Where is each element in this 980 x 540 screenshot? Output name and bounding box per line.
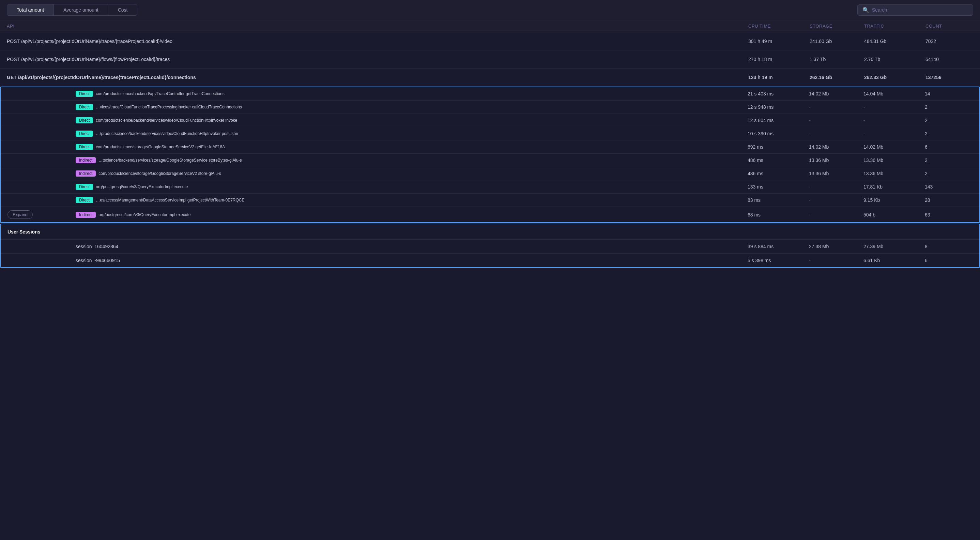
- badge-api-col: Direct …/productscience/backend/services…: [76, 131, 748, 137]
- row-api: com/productscience/storage/GoogleStorage…: [96, 145, 225, 149]
- row-traffic: 2.70 Tb: [864, 57, 926, 62]
- row-api: …vices/trace/CloudFunctionTraceProcessin…: [96, 105, 242, 110]
- row-api: com/productscience/storage/GoogleStorage…: [99, 171, 221, 176]
- row-cpu: 83 ms: [748, 198, 809, 203]
- row-cpu: 133 ms: [748, 184, 809, 190]
- top-bar: Total amount Average amount Cost 🔍: [0, 0, 980, 20]
- row-storage: 14.02 Mb: [809, 144, 864, 150]
- expand-btn-col: Expand: [8, 210, 76, 219]
- main-rows: POST /api/v1/projects/{projectIdOrUrlNam…: [0, 32, 980, 87]
- row-api: …es/accessManagement/DataAccessServiceIm…: [96, 198, 244, 202]
- row-count: 2: [925, 104, 972, 110]
- row-count: 64140: [926, 57, 973, 62]
- row-traffic: 14.02 Mb: [864, 144, 925, 150]
- badge: Indirect: [76, 170, 96, 177]
- row-api: POST /api/v1/projects/{projectIdOrUrlNam…: [7, 38, 748, 44]
- badge: Direct: [76, 117, 93, 123]
- row-storage: 1.37 Tb: [810, 57, 864, 62]
- search-input[interactable]: [872, 7, 968, 13]
- badge-api-col: Direct org/postgresql/core/v3/QueryExecu…: [76, 184, 748, 190]
- badge: Direct: [76, 197, 93, 203]
- expanded-row: Expand Indirect org/postgresql/core/v3/Q…: [1, 207, 979, 222]
- row-storage: 14.02 Mb: [809, 91, 864, 97]
- session-count: 6: [925, 258, 972, 263]
- tab-total-amount[interactable]: Total amount: [7, 5, 54, 15]
- session-cpu: 39 s 884 ms: [748, 244, 809, 249]
- row-cpu: 692 ms: [748, 144, 809, 150]
- dash: -: [809, 258, 864, 263]
- dash: -: [809, 212, 864, 218]
- badge-api-col: Direct com/productscience/backend/api/Tr…: [76, 91, 748, 97]
- badge: Direct: [76, 144, 93, 150]
- header-storage: Storage: [810, 24, 864, 29]
- session-api: session_160492864: [76, 244, 748, 249]
- session-cpu: 5 s 398 ms: [748, 258, 809, 263]
- row-count: 137256: [926, 75, 973, 80]
- row-count: 2: [925, 158, 972, 163]
- dash: -: [864, 118, 925, 123]
- session-traffic: 27.39 Mb: [864, 244, 925, 249]
- table-container: API CPU time Storage Traffic Count POST …: [0, 20, 980, 268]
- badge-api-col: Direct com/productscience/backend/servic…: [76, 117, 748, 123]
- expanded-row: Indirect …tscience/backend/services/stor…: [1, 154, 979, 167]
- expanded-row: Direct com/productscience/backend/api/Tr…: [1, 87, 979, 100]
- session-row: session_-994660915 5 s 398 ms - 6.61 Kb …: [1, 253, 979, 267]
- dash: -: [809, 198, 864, 203]
- expanded-section: Direct com/productscience/backend/api/Tr…: [0, 87, 980, 223]
- expanded-row: Direct …/productscience/backend/services…: [1, 127, 979, 140]
- expanded-row: Direct com/productscience/backend/servic…: [1, 114, 979, 127]
- badge: Direct: [76, 104, 93, 110]
- dash: -: [864, 104, 925, 110]
- row-storage: 13.36 Mb: [809, 158, 864, 163]
- table-row: POST /api/v1/projects/{projectIdOrUrlNam…: [0, 51, 980, 68]
- expand-button[interactable]: Expand: [8, 210, 33, 219]
- header-cpu-time: CPU time: [748, 24, 810, 29]
- expanded-row: Direct com/productscience/storage/Google…: [1, 140, 979, 154]
- badge-api-col: Direct com/productscience/storage/Google…: [76, 144, 748, 150]
- tab-average-amount[interactable]: Average amount: [54, 5, 108, 15]
- expanded-row: Direct …vices/trace/CloudFunctionTracePr…: [1, 100, 979, 114]
- badge: Direct: [76, 91, 93, 97]
- dash: -: [809, 104, 864, 110]
- badge-api-col: Direct …es/accessManagement/DataAccessSe…: [76, 197, 748, 203]
- session-header-row: User Sessions: [1, 224, 979, 240]
- badge: Indirect: [76, 157, 96, 163]
- row-api: org/postgresql/core/v3/QueryExecutorImpl…: [99, 212, 191, 217]
- expanded-row: Direct …es/accessManagement/DataAccessSe…: [1, 194, 979, 207]
- dash: -: [809, 131, 864, 136]
- session-traffic: 6.61 Kb: [864, 258, 925, 263]
- dash: -: [864, 131, 925, 136]
- search-icon: 🔍: [862, 7, 869, 13]
- search-box: 🔍: [858, 5, 973, 16]
- badge: Indirect: [76, 212, 96, 218]
- row-api: …tscience/backend/services/storage/Googl…: [99, 158, 242, 162]
- row-count: 63: [925, 212, 972, 218]
- badge-api-col: Indirect com/productscience/storage/Goog…: [76, 170, 748, 177]
- row-api: org/postgresql/core/v3/QueryExecutorImpl…: [96, 185, 188, 189]
- row-cpu: 12 s 804 ms: [748, 118, 809, 123]
- expanded-row: Indirect com/productscience/storage/Goog…: [1, 167, 979, 180]
- row-count: 2: [925, 118, 972, 123]
- session-api: session_-994660915: [76, 258, 748, 263]
- badge-api-col: Direct …vices/trace/CloudFunctionTracePr…: [76, 104, 748, 110]
- header-traffic: Traffic: [864, 24, 926, 29]
- row-traffic: 484.31 Gb: [864, 38, 926, 44]
- row-cpu: 270 h 18 m: [748, 57, 810, 62]
- row-traffic: 13.36 Mb: [864, 171, 925, 176]
- row-count: 6: [925, 144, 972, 150]
- session-header-label: User Sessions: [8, 229, 76, 234]
- row-storage: 262.16 Gb: [810, 75, 864, 80]
- badge: Direct: [76, 184, 93, 190]
- row-count: 28: [925, 198, 972, 203]
- row-api: POST /api/v1/projects/{projectIdOrUrlNam…: [7, 57, 748, 62]
- row-api: GET /api/v1/projects/{projectIdOrUrlName…: [7, 75, 748, 80]
- expanded-row: Direct org/postgresql/core/v3/QueryExecu…: [1, 180, 979, 194]
- table-row-selected: GET /api/v1/projects/{projectIdOrUrlName…: [0, 68, 980, 87]
- row-api: …/productscience/backend/services/video/…: [96, 131, 238, 136]
- row-cpu: 68 ms: [748, 212, 809, 218]
- row-cpu: 21 s 403 ms: [748, 91, 809, 97]
- row-count: 7022: [926, 38, 973, 44]
- row-storage: 241.60 Gb: [810, 38, 864, 44]
- row-traffic: 14.04 Mb: [864, 91, 925, 97]
- tab-cost[interactable]: Cost: [108, 5, 137, 15]
